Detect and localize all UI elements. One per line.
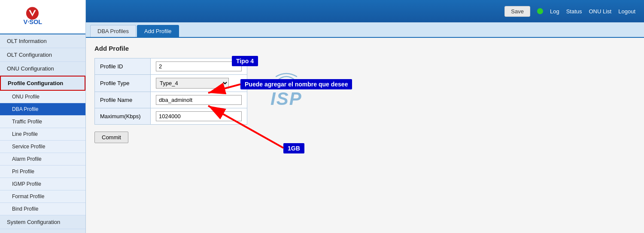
profile-type-select[interactable]: Type_1 Type_2 Type_3 Type_4 Type_5 — [156, 78, 229, 89]
header: Save Log Status ONU List Logout — [86, 0, 644, 22]
vsol-logo: V·SOL — [21, 5, 64, 29]
sidebar-item-pri-profile[interactable]: Pri Profile — [0, 166, 85, 178]
callout-1gb: 1GB — [283, 143, 304, 153]
onu-list-link[interactable]: ONU List — [589, 8, 612, 15]
profile-id-input[interactable] — [156, 61, 242, 71]
field-row-profile-name: Profile Name — [95, 92, 247, 108]
field-row-maximum-kbps: Maximum(Kbps) — [95, 108, 247, 125]
status-link[interactable]: Status — [566, 8, 582, 15]
tab-add-profile[interactable]: Add Profile — [137, 25, 179, 37]
label-profile-type: Profile Type — [95, 75, 151, 92]
sidebar-item-onu-configuration[interactable]: ONU Configuration — [0, 62, 85, 76]
page-title: Add Profile — [94, 45, 635, 52]
callout-nombre: Puede agregar el nombre que desee — [240, 79, 352, 89]
sidebar-item-line-profile[interactable]: Line Profile — [0, 128, 85, 141]
content-area: Add Profile Profile ID Profile Type Type… — [86, 38, 644, 150]
save-button[interactable]: Save — [504, 6, 530, 17]
log-link[interactable]: Log — [550, 8, 559, 15]
svg-text:V·SOL: V·SOL — [23, 18, 42, 25]
maximum-kbps-input[interactable] — [156, 111, 242, 121]
logo-area: V·SOL — [0, 0, 85, 34]
value-profile-name — [151, 92, 247, 108]
sidebar-item-dba-profile[interactable]: DBA Profile — [0, 103, 85, 116]
header-nav: Log Status ONU List Logout — [550, 8, 635, 15]
main-content: DBA Profiles Add Profile Add Profile Pro… — [86, 22, 644, 233]
sidebar-item-system-configuration[interactable]: System Configuration — [0, 215, 85, 229]
sidebar-item-igmp-profile[interactable]: IGMP Profile — [0, 178, 85, 190]
add-profile-form: Profile ID Profile Type Type_1 Type_2 Ty… — [94, 58, 247, 125]
sidebar-item-service-profile[interactable]: Service Profile — [0, 141, 85, 153]
label-profile-id: Profile ID — [95, 58, 151, 75]
logout-link[interactable]: Logout — [618, 8, 635, 15]
label-profile-name: Profile Name — [95, 92, 151, 108]
sidebar-item-alarm-profile[interactable]: Alarm Profile — [0, 153, 85, 166]
sidebar: V·SOL OLT Information OLT Configuration … — [0, 0, 86, 233]
status-indicator — [537, 8, 543, 14]
tab-dba-profiles[interactable]: DBA Profiles — [90, 25, 136, 37]
value-maximum-kbps — [151, 108, 247, 125]
tab-bar: DBA Profiles Add Profile — [86, 22, 644, 38]
field-row-profile-id: Profile ID — [95, 58, 247, 75]
sidebar-item-onu-profile[interactable]: ONU Profile — [0, 91, 85, 103]
field-row-profile-type: Profile Type Type_1 Type_2 Type_3 Type_4… — [95, 75, 247, 92]
profile-name-input[interactable] — [156, 95, 242, 105]
value-profile-type: Type_1 Type_2 Type_3 Type_4 Type_5 — [151, 75, 247, 92]
sidebar-item-traffic-profile[interactable]: Traffic Profile — [0, 116, 85, 128]
svg-point-0 — [26, 7, 38, 19]
commit-button[interactable]: Commit — [94, 132, 128, 143]
label-maximum-kbps: Maximum(Kbps) — [95, 108, 151, 125]
sidebar-item-profile-configuration[interactable]: Profile Configuration — [0, 76, 85, 91]
sidebar-item-format-profile[interactable]: Format Profile — [0, 190, 85, 203]
sidebar-item-olt-information[interactable]: OLT Information — [0, 34, 85, 48]
isp-watermark: ISP — [270, 72, 302, 109]
isp-text: ISP — [270, 89, 302, 109]
callout-tipo4: Tipo 4 — [232, 56, 258, 66]
sidebar-item-olt-configuration[interactable]: OLT Configuration — [0, 48, 85, 62]
sidebar-item-bind-profile[interactable]: Bind Profile — [0, 203, 85, 215]
